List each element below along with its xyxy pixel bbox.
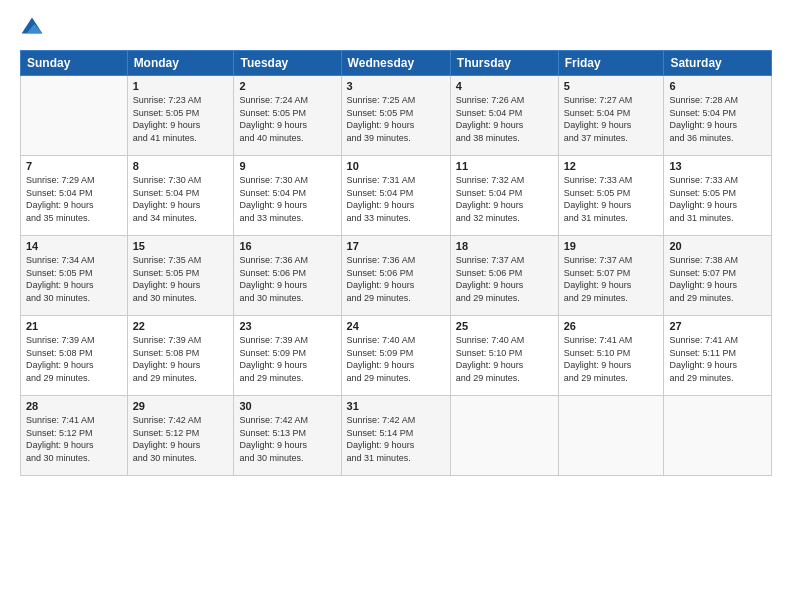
day-info: Sunrise: 7:39 AM Sunset: 5:09 PM Dayligh… xyxy=(239,334,335,384)
day-info: Sunrise: 7:30 AM Sunset: 5:04 PM Dayligh… xyxy=(133,174,229,224)
calendar-cell xyxy=(450,396,558,476)
calendar-cell: 12Sunrise: 7:33 AM Sunset: 5:05 PM Dayli… xyxy=(558,156,664,236)
col-header-thursday: Thursday xyxy=(450,51,558,76)
calendar-cell: 22Sunrise: 7:39 AM Sunset: 5:08 PM Dayli… xyxy=(127,316,234,396)
day-number: 21 xyxy=(26,320,122,332)
day-number: 5 xyxy=(564,80,659,92)
day-info: Sunrise: 7:26 AM Sunset: 5:04 PM Dayligh… xyxy=(456,94,553,144)
day-number: 18 xyxy=(456,240,553,252)
day-number: 6 xyxy=(669,80,766,92)
day-info: Sunrise: 7:24 AM Sunset: 5:05 PM Dayligh… xyxy=(239,94,335,144)
day-number: 26 xyxy=(564,320,659,332)
day-info: Sunrise: 7:41 AM Sunset: 5:10 PM Dayligh… xyxy=(564,334,659,384)
day-number: 14 xyxy=(26,240,122,252)
day-info: Sunrise: 7:39 AM Sunset: 5:08 PM Dayligh… xyxy=(133,334,229,384)
day-number: 13 xyxy=(669,160,766,172)
day-info: Sunrise: 7:33 AM Sunset: 5:05 PM Dayligh… xyxy=(564,174,659,224)
day-number: 12 xyxy=(564,160,659,172)
col-header-wednesday: Wednesday xyxy=(341,51,450,76)
day-info: Sunrise: 7:42 AM Sunset: 5:12 PM Dayligh… xyxy=(133,414,229,464)
day-number: 24 xyxy=(347,320,445,332)
calendar-cell: 3Sunrise: 7:25 AM Sunset: 5:05 PM Daylig… xyxy=(341,76,450,156)
day-info: Sunrise: 7:23 AM Sunset: 5:05 PM Dayligh… xyxy=(133,94,229,144)
calendar-week-5: 28Sunrise: 7:41 AM Sunset: 5:12 PM Dayli… xyxy=(21,396,772,476)
day-info: Sunrise: 7:36 AM Sunset: 5:06 PM Dayligh… xyxy=(239,254,335,304)
day-info: Sunrise: 7:39 AM Sunset: 5:08 PM Dayligh… xyxy=(26,334,122,384)
day-number: 10 xyxy=(347,160,445,172)
day-number: 2 xyxy=(239,80,335,92)
day-info: Sunrise: 7:28 AM Sunset: 5:04 PM Dayligh… xyxy=(669,94,766,144)
day-number: 3 xyxy=(347,80,445,92)
header xyxy=(20,16,772,40)
logo-icon xyxy=(20,16,44,40)
calendar-cell xyxy=(21,76,128,156)
calendar-cell: 8Sunrise: 7:30 AM Sunset: 5:04 PM Daylig… xyxy=(127,156,234,236)
day-number: 9 xyxy=(239,160,335,172)
day-number: 20 xyxy=(669,240,766,252)
day-info: Sunrise: 7:40 AM Sunset: 5:09 PM Dayligh… xyxy=(347,334,445,384)
day-info: Sunrise: 7:36 AM Sunset: 5:06 PM Dayligh… xyxy=(347,254,445,304)
calendar-cell xyxy=(664,396,772,476)
calendar-cell: 20Sunrise: 7:38 AM Sunset: 5:07 PM Dayli… xyxy=(664,236,772,316)
day-info: Sunrise: 7:33 AM Sunset: 5:05 PM Dayligh… xyxy=(669,174,766,224)
page: SundayMondayTuesdayWednesdayThursdayFrid… xyxy=(0,0,792,612)
day-number: 31 xyxy=(347,400,445,412)
calendar-cell: 1Sunrise: 7:23 AM Sunset: 5:05 PM Daylig… xyxy=(127,76,234,156)
day-info: Sunrise: 7:41 AM Sunset: 5:11 PM Dayligh… xyxy=(669,334,766,384)
day-info: Sunrise: 7:37 AM Sunset: 5:06 PM Dayligh… xyxy=(456,254,553,304)
day-number: 23 xyxy=(239,320,335,332)
calendar-table: SundayMondayTuesdayWednesdayThursdayFrid… xyxy=(20,50,772,476)
calendar-header-row: SundayMondayTuesdayWednesdayThursdayFrid… xyxy=(21,51,772,76)
day-info: Sunrise: 7:30 AM Sunset: 5:04 PM Dayligh… xyxy=(239,174,335,224)
col-header-friday: Friday xyxy=(558,51,664,76)
day-number: 19 xyxy=(564,240,659,252)
calendar-cell: 18Sunrise: 7:37 AM Sunset: 5:06 PM Dayli… xyxy=(450,236,558,316)
day-number: 29 xyxy=(133,400,229,412)
day-number: 28 xyxy=(26,400,122,412)
day-number: 15 xyxy=(133,240,229,252)
day-number: 27 xyxy=(669,320,766,332)
day-number: 1 xyxy=(133,80,229,92)
calendar-cell: 24Sunrise: 7:40 AM Sunset: 5:09 PM Dayli… xyxy=(341,316,450,396)
day-info: Sunrise: 7:40 AM Sunset: 5:10 PM Dayligh… xyxy=(456,334,553,384)
calendar-cell: 2Sunrise: 7:24 AM Sunset: 5:05 PM Daylig… xyxy=(234,76,341,156)
calendar-week-2: 7Sunrise: 7:29 AM Sunset: 5:04 PM Daylig… xyxy=(21,156,772,236)
day-info: Sunrise: 7:38 AM Sunset: 5:07 PM Dayligh… xyxy=(669,254,766,304)
calendar-cell: 19Sunrise: 7:37 AM Sunset: 5:07 PM Dayli… xyxy=(558,236,664,316)
calendar-cell: 4Sunrise: 7:26 AM Sunset: 5:04 PM Daylig… xyxy=(450,76,558,156)
day-info: Sunrise: 7:27 AM Sunset: 5:04 PM Dayligh… xyxy=(564,94,659,144)
logo xyxy=(20,16,48,40)
calendar-cell: 31Sunrise: 7:42 AM Sunset: 5:14 PM Dayli… xyxy=(341,396,450,476)
calendar-cell: 23Sunrise: 7:39 AM Sunset: 5:09 PM Dayli… xyxy=(234,316,341,396)
day-number: 8 xyxy=(133,160,229,172)
calendar-week-1: 1Sunrise: 7:23 AM Sunset: 5:05 PM Daylig… xyxy=(21,76,772,156)
calendar-cell: 16Sunrise: 7:36 AM Sunset: 5:06 PM Dayli… xyxy=(234,236,341,316)
day-info: Sunrise: 7:29 AM Sunset: 5:04 PM Dayligh… xyxy=(26,174,122,224)
calendar-cell: 17Sunrise: 7:36 AM Sunset: 5:06 PM Dayli… xyxy=(341,236,450,316)
day-number: 25 xyxy=(456,320,553,332)
day-info: Sunrise: 7:37 AM Sunset: 5:07 PM Dayligh… xyxy=(564,254,659,304)
col-header-monday: Monday xyxy=(127,51,234,76)
day-number: 11 xyxy=(456,160,553,172)
calendar-cell: 14Sunrise: 7:34 AM Sunset: 5:05 PM Dayli… xyxy=(21,236,128,316)
day-info: Sunrise: 7:25 AM Sunset: 5:05 PM Dayligh… xyxy=(347,94,445,144)
day-info: Sunrise: 7:42 AM Sunset: 5:13 PM Dayligh… xyxy=(239,414,335,464)
calendar-cell xyxy=(558,396,664,476)
day-info: Sunrise: 7:42 AM Sunset: 5:14 PM Dayligh… xyxy=(347,414,445,464)
day-number: 30 xyxy=(239,400,335,412)
day-info: Sunrise: 7:35 AM Sunset: 5:05 PM Dayligh… xyxy=(133,254,229,304)
day-info: Sunrise: 7:34 AM Sunset: 5:05 PM Dayligh… xyxy=(26,254,122,304)
col-header-tuesday: Tuesday xyxy=(234,51,341,76)
calendar-cell: 25Sunrise: 7:40 AM Sunset: 5:10 PM Dayli… xyxy=(450,316,558,396)
calendar-cell: 21Sunrise: 7:39 AM Sunset: 5:08 PM Dayli… xyxy=(21,316,128,396)
calendar-cell: 6Sunrise: 7:28 AM Sunset: 5:04 PM Daylig… xyxy=(664,76,772,156)
calendar-cell: 15Sunrise: 7:35 AM Sunset: 5:05 PM Dayli… xyxy=(127,236,234,316)
calendar-cell: 9Sunrise: 7:30 AM Sunset: 5:04 PM Daylig… xyxy=(234,156,341,236)
calendar-cell: 26Sunrise: 7:41 AM Sunset: 5:10 PM Dayli… xyxy=(558,316,664,396)
day-number: 4 xyxy=(456,80,553,92)
calendar-cell: 30Sunrise: 7:42 AM Sunset: 5:13 PM Dayli… xyxy=(234,396,341,476)
calendar-cell: 5Sunrise: 7:27 AM Sunset: 5:04 PM Daylig… xyxy=(558,76,664,156)
day-info: Sunrise: 7:32 AM Sunset: 5:04 PM Dayligh… xyxy=(456,174,553,224)
calendar-cell: 27Sunrise: 7:41 AM Sunset: 5:11 PM Dayli… xyxy=(664,316,772,396)
calendar-cell: 28Sunrise: 7:41 AM Sunset: 5:12 PM Dayli… xyxy=(21,396,128,476)
